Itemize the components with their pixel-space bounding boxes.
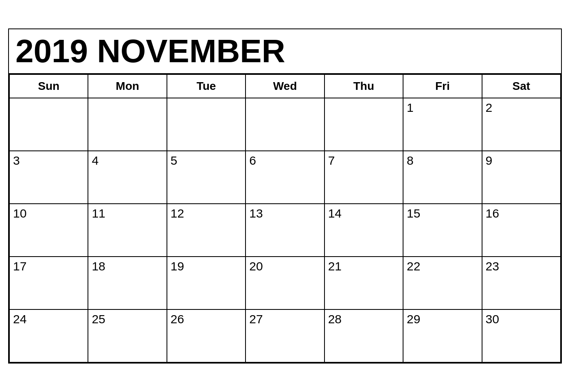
day-header-sun: Sun [9,74,88,98]
calendar-container: 2019 NOVEMBER SunMonTueWedThuFriSat 1234… [8,28,562,364]
calendar-grid: SunMonTueWedThuFriSat 123456789101112131… [9,74,561,363]
day-header-sat: Sat [482,74,561,98]
calendar-day-cell: 2 [482,98,561,151]
week-row-4: 17181920212223 [9,257,561,309]
days-of-week-row: SunMonTueWedThuFriSat [9,74,561,98]
calendar-day-cell: 4 [88,151,167,204]
calendar-day-cell: 12 [167,204,246,257]
calendar-day-cell: 5 [167,151,246,204]
calendar-day-cell: 28 [324,309,403,362]
calendar-day-cell [88,98,167,151]
calendar-day-cell: 17 [9,257,88,309]
calendar-day-cell: 10 [9,204,88,257]
week-row-2: 3456789 [9,151,561,204]
day-header-thu: Thu [324,74,403,98]
calendar-day-cell [324,98,403,151]
calendar-day-cell [167,98,246,151]
calendar-day-cell: 29 [403,309,482,362]
calendar-day-cell: 16 [482,204,561,257]
calendar-day-cell: 19 [167,257,246,309]
calendar-day-cell: 24 [9,309,88,362]
calendar-day-cell: 30 [482,309,561,362]
calendar-day-cell: 11 [88,204,167,257]
calendar-day-cell: 20 [246,257,324,309]
calendar-day-cell: 18 [88,257,167,309]
calendar-day-cell: 7 [324,151,403,204]
calendar-day-cell: 9 [482,151,561,204]
week-row-3: 10111213141516 [9,204,561,257]
calendar-day-cell [9,98,88,151]
day-header-mon: Mon [88,74,167,98]
calendar-day-cell: 23 [482,257,561,309]
calendar-day-cell [246,98,324,151]
calendar-title: 2019 NOVEMBER [9,29,561,74]
calendar-day-cell: 25 [88,309,167,362]
calendar-day-cell: 14 [324,204,403,257]
calendar-day-cell: 26 [167,309,246,362]
calendar-day-cell: 15 [403,204,482,257]
calendar-day-cell: 8 [403,151,482,204]
calendar-day-cell: 22 [403,257,482,309]
calendar-day-cell: 3 [9,151,88,204]
week-row-1: 12 [9,98,561,151]
calendar-day-cell: 21 [324,257,403,309]
calendar-day-cell: 13 [246,204,324,257]
calendar-day-cell: 6 [246,151,324,204]
day-header-fri: Fri [403,74,482,98]
week-row-5: 24252627282930 [9,309,561,362]
calendar-day-cell: 27 [246,309,324,362]
day-header-tue: Tue [167,74,246,98]
day-header-wed: Wed [246,74,324,98]
calendar-day-cell: 1 [403,98,482,151]
